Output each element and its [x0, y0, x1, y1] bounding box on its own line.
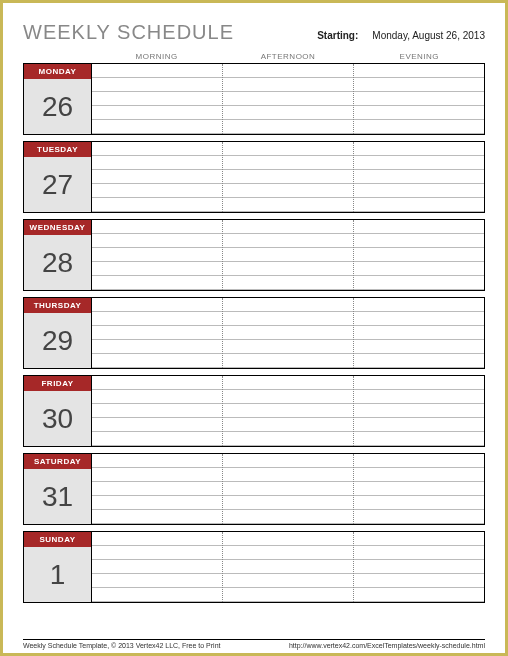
starting-block: Starting:Monday, August 26, 2013 — [317, 30, 485, 41]
slot-evening[interactable] — [354, 298, 484, 368]
day-slots — [92, 454, 484, 524]
slot-afternoon[interactable] — [223, 220, 354, 290]
day-number: 1 — [24, 547, 91, 602]
slot-morning[interactable] — [92, 454, 223, 524]
day-slots — [92, 64, 484, 134]
slot-evening[interactable] — [354, 64, 484, 134]
day-label: THURSDAY — [24, 298, 91, 313]
day-cell: FRIDAY 30 — [24, 376, 92, 446]
slot-morning[interactable] — [92, 298, 223, 368]
day-number: 29 — [24, 313, 91, 368]
day-label: SUNDAY — [24, 532, 91, 547]
day-label: WEDNESDAY — [24, 220, 91, 235]
slot-morning[interactable] — [92, 142, 223, 212]
day-row: FRIDAY 30 — [23, 375, 485, 447]
column-headers: MORNING AFTERNOON EVENING — [23, 52, 485, 61]
starting-date: Monday, August 26, 2013 — [372, 30, 485, 41]
slot-afternoon[interactable] — [223, 376, 354, 446]
day-slots — [92, 376, 484, 446]
day-cell: TUESDAY 27 — [24, 142, 92, 212]
slot-evening[interactable] — [354, 220, 484, 290]
slot-afternoon[interactable] — [223, 532, 354, 602]
day-cell: MONDAY 26 — [24, 64, 92, 134]
slot-afternoon[interactable] — [223, 454, 354, 524]
slot-afternoon[interactable] — [223, 298, 354, 368]
day-row: SUNDAY 1 — [23, 531, 485, 603]
starting-label: Starting: — [317, 30, 358, 41]
slot-morning[interactable] — [92, 532, 223, 602]
footer-right: http://www.vertex42.com/ExcelTemplates/w… — [289, 642, 485, 649]
col-morning: MORNING — [91, 52, 222, 61]
slot-afternoon[interactable] — [223, 64, 354, 134]
day-row: SATURDAY 31 — [23, 453, 485, 525]
slot-afternoon[interactable] — [223, 142, 354, 212]
day-slots — [92, 532, 484, 602]
day-label: FRIDAY — [24, 376, 91, 391]
day-number: 28 — [24, 235, 91, 290]
day-row: THURSDAY 29 — [23, 297, 485, 369]
slot-morning[interactable] — [92, 64, 223, 134]
day-number: 30 — [24, 391, 91, 446]
day-slots — [92, 298, 484, 368]
col-evening: EVENING — [354, 52, 485, 61]
day-cell: THURSDAY 29 — [24, 298, 92, 368]
day-label: TUESDAY — [24, 142, 91, 157]
slot-evening[interactable] — [354, 532, 484, 602]
day-label: MONDAY — [24, 64, 91, 79]
slot-morning[interactable] — [92, 220, 223, 290]
slot-evening[interactable] — [354, 142, 484, 212]
col-afternoon: AFTERNOON — [222, 52, 353, 61]
day-row: WEDNESDAY 28 — [23, 219, 485, 291]
page-title: WEEKLY SCHEDULE — [23, 21, 234, 44]
day-row: MONDAY 26 — [23, 63, 485, 135]
footer-left: Weekly Schedule Template, © 2013 Vertex4… — [23, 642, 221, 649]
slot-morning[interactable] — [92, 376, 223, 446]
footer: Weekly Schedule Template, © 2013 Vertex4… — [23, 639, 485, 649]
col-spacer — [23, 52, 91, 61]
header: WEEKLY SCHEDULE Starting:Monday, August … — [23, 21, 485, 44]
day-number: 31 — [24, 469, 91, 524]
day-number: 27 — [24, 157, 91, 212]
day-number: 26 — [24, 79, 91, 134]
day-cell: SUNDAY 1 — [24, 532, 92, 602]
slot-evening[interactable] — [354, 376, 484, 446]
slot-evening[interactable] — [354, 454, 484, 524]
day-row: TUESDAY 27 — [23, 141, 485, 213]
day-slots — [92, 142, 484, 212]
day-cell: WEDNESDAY 28 — [24, 220, 92, 290]
weekly-schedule-page: WEEKLY SCHEDULE Starting:Monday, August … — [3, 3, 505, 617]
day-label: SATURDAY — [24, 454, 91, 469]
day-cell: SATURDAY 31 — [24, 454, 92, 524]
day-slots — [92, 220, 484, 290]
